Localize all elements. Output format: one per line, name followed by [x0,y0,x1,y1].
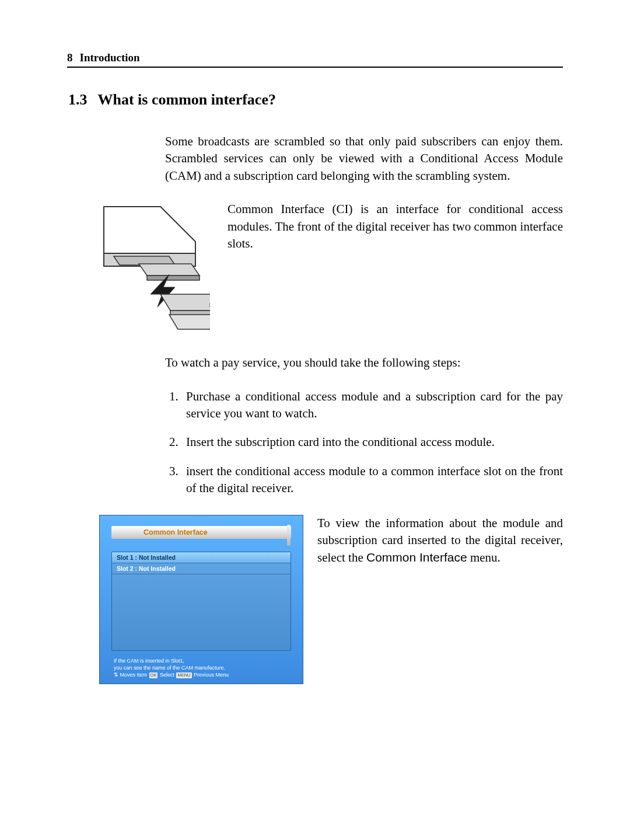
receiver-slot-illustration [99,201,210,338]
arrows-icon: ⇅ [114,672,118,678]
screenshot-with-text: Common Interface Slot 1 : Not Installed … [99,515,563,684]
nav-moves-label: Moves Item [120,672,148,678]
figure-with-text: Common Interface (CI) is an interface fo… [99,201,563,338]
slot-panel: Slot 1 : Not Installed Slot 2 : Not Inst… [111,552,291,651]
screenshot-para-after: menu. [467,550,501,564]
scrollbar-nub [287,525,290,546]
nav-select-label: Select [160,672,174,678]
steps-list: Purchase a conditional access module and… [181,388,563,497]
screenshot-tip2: you can see the name of the CAM manufact… [114,665,289,672]
page-header: 8 Introduction [67,51,563,68]
screenshot-footer: If the CAM is inserted in Slot1, you can… [111,656,291,679]
chapter-title: Introduction [80,51,140,64]
ok-button-icon: OK [149,672,158,678]
slot-row-1: Slot 1 : Not Installed [112,552,290,563]
svg-marker-6 [160,294,210,311]
intro-paragraph: Some broadcasts are scrambled so that on… [165,133,563,184]
menu-button-icon: MENU [176,672,191,678]
section-number: 1.3 [68,91,88,108]
nav-previous-label: Previous Menu [194,672,229,678]
step-item: Purchase a conditional access module and… [181,388,563,423]
figure-paragraph: Common Interface (CI) is an interface fo… [228,201,563,338]
page-number: 8 [67,51,73,64]
svg-marker-9 [169,315,210,329]
step-item: insert the conditional access module to … [181,463,563,497]
screenshot-title: Common Interface [111,526,291,539]
slot-row-2: Slot 2 : Not Installed [112,563,290,574]
section-title: What is common interface? [98,91,276,108]
screenshot-nav: ⇅ Moves Item OK Select MENU Previous Men… [114,672,289,679]
svg-marker-4 [147,276,200,280]
screenshot-para-sans: Common Interface [366,550,467,564]
svg-marker-3 [139,264,200,276]
svg-marker-0 [104,207,195,253]
screenshot-paragraph: To view the information about the module… [317,515,563,684]
steps-intro: To watch a pay service, you should take … [165,354,563,371]
section-heading: 1.3What is common interface? [67,91,563,109]
common-interface-screenshot: Common Interface Slot 1 : Not Installed … [99,515,303,684]
screenshot-tip1: If the CAM is inserted in Slot1, [114,658,289,665]
step-item: Insert the subscription card into the co… [181,434,563,451]
